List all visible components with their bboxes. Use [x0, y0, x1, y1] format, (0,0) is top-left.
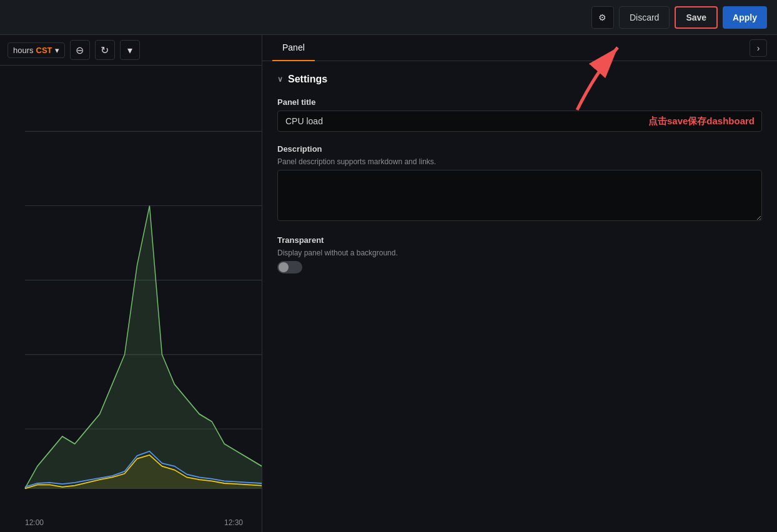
transparent-hint: Display panel without a background.: [277, 249, 762, 257]
zoom-out-icon: ⊖: [76, 44, 84, 56]
left-panel: hours CST ▾ ⊖ ↻ ▾: [0, 35, 262, 532]
top-toolbar: ⚙ Discard Save Apply: [0, 0, 777, 35]
refresh-button[interactable]: ↻: [95, 40, 115, 60]
time-range-selector[interactable]: hours CST ▾: [7, 42, 65, 58]
gear-icon: ⚙: [598, 12, 606, 22]
panel-title-field-group: Panel title 点击save保存dashboard: [277, 97, 762, 132]
description-field-group: Description Panel description supports m…: [277, 144, 762, 223]
section-collapse-icon[interactable]: ∨: [277, 75, 283, 84]
apply-button[interactable]: Apply: [723, 6, 767, 29]
chevron-right-icon: ›: [757, 43, 760, 53]
time-label: hours: [13, 46, 34, 55]
refresh-icon: ↻: [101, 44, 109, 56]
chart-svg: [0, 72, 262, 518]
dropdown-chevron-icon: ▾: [127, 44, 132, 56]
tab-panel[interactable]: Panel: [272, 35, 315, 61]
refresh-dropdown-button[interactable]: ▾: [120, 40, 140, 60]
save-button[interactable]: Save: [675, 6, 718, 29]
chart-x-labels: 12:00 12:30: [0, 518, 262, 532]
transparent-field-group: Transparent Display panel without a back…: [277, 235, 762, 273]
panel-title-input[interactable]: [277, 111, 762, 132]
settings-section-header: ∨ Settings: [277, 74, 762, 85]
main-layout: hours CST ▾ ⊖ ↻ ▾: [0, 35, 777, 532]
dropdown-icon: ▾: [55, 46, 59, 55]
panel-tabs: Panel ›: [262, 35, 777, 61]
zoom-out-button[interactable]: ⊖: [70, 40, 90, 60]
description-input[interactable]: [277, 170, 762, 221]
settings-section: ∨ Settings Panel title 点击save保存dashboard…: [262, 61, 777, 298]
time-controls: hours CST ▾ ⊖ ↻ ▾: [0, 35, 262, 66]
section-title: Settings: [288, 74, 327, 85]
right-panel: Panel › ∨ Settings Panel title 点击save保存d…: [262, 35, 777, 532]
svg-marker-7: [25, 206, 262, 489]
tab-chevron-right[interactable]: ›: [750, 39, 767, 57]
description-label: Description: [277, 144, 762, 154]
transparent-toggle[interactable]: [277, 261, 302, 273]
chart-area: [0, 66, 262, 518]
timezone-label: CST: [36, 46, 52, 55]
settings-button[interactable]: ⚙: [591, 6, 614, 29]
discard-button[interactable]: Discard: [619, 6, 670, 29]
description-hint: Panel description supports markdown and …: [277, 157, 762, 166]
transparent-label: Transparent: [277, 235, 762, 245]
panel-title-label: Panel title: [277, 97, 762, 107]
transparent-toggle-row: [277, 261, 762, 273]
